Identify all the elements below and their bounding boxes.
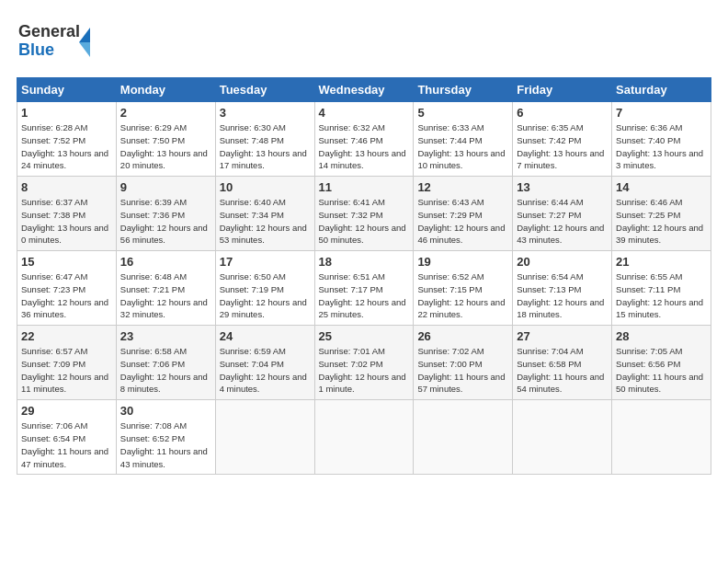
day-info: Sunrise: 6:35 AMSunset: 7:42 PMDaylight:… bbox=[517, 121, 608, 172]
sunset: Sunset: 7:52 PM bbox=[21, 135, 85, 145]
daylight: Daylight: 12 hours and 43 minutes. bbox=[517, 223, 604, 246]
day-info: Sunrise: 6:28 AMSunset: 7:52 PMDaylight:… bbox=[21, 121, 112, 172]
header-tuesday: Tuesday bbox=[215, 78, 314, 102]
sunrise: Sunrise: 6:39 AM bbox=[120, 197, 187, 207]
sunset: Sunset: 7:04 PM bbox=[220, 359, 284, 369]
sunset: Sunset: 7:32 PM bbox=[319, 210, 383, 220]
calendar-cell: 23Sunrise: 6:58 AMSunset: 7:06 PMDayligh… bbox=[116, 326, 215, 400]
sunrise: Sunrise: 7:06 AM bbox=[21, 420, 87, 431]
calendar-page: General Blue Sunday Monday Tuesday Wedne… bbox=[0, 0, 728, 563]
day-info: Sunrise: 6:37 AMSunset: 7:38 PMDaylight:… bbox=[21, 196, 112, 247]
day-number: 6 bbox=[517, 106, 608, 120]
calendar-week-4: 22Sunrise: 6:57 AMSunset: 7:09 PMDayligh… bbox=[17, 326, 711, 400]
sunset: Sunset: 7:44 PM bbox=[417, 135, 482, 145]
day-number: 12 bbox=[417, 180, 508, 194]
sunset: Sunset: 7:46 PM bbox=[319, 135, 383, 145]
calendar-cell bbox=[612, 400, 711, 475]
sunrise: Sunrise: 6:59 AM bbox=[220, 346, 286, 356]
calendar-cell: 17Sunrise: 6:50 AMSunset: 7:19 PMDayligh… bbox=[215, 251, 314, 326]
svg-text:Blue: Blue bbox=[18, 40, 54, 59]
daylight: Daylight: 11 hours and 43 minutes. bbox=[120, 446, 208, 469]
daylight: Daylight: 11 hours and 50 minutes. bbox=[616, 372, 703, 395]
header-friday: Friday bbox=[513, 78, 612, 102]
header-monday: Monday bbox=[116, 78, 215, 102]
sunrise: Sunrise: 6:29 AM bbox=[120, 122, 187, 132]
calendar-cell: 22Sunrise: 6:57 AMSunset: 7:09 PMDayligh… bbox=[17, 326, 117, 400]
logo: General Blue bbox=[17, 17, 104, 68]
calendar-cell: 10Sunrise: 6:40 AMSunset: 7:34 PMDayligh… bbox=[215, 177, 314, 251]
calendar-cell: 16Sunrise: 6:48 AMSunset: 7:21 PMDayligh… bbox=[116, 251, 215, 326]
daylight: Daylight: 12 hours and 32 minutes. bbox=[120, 297, 208, 320]
day-number: 5 bbox=[417, 106, 508, 120]
day-number: 9 bbox=[120, 180, 211, 194]
day-number: 16 bbox=[120, 255, 211, 269]
sunset: Sunset: 7:27 PM bbox=[517, 210, 581, 220]
header-wednesday: Wednesday bbox=[314, 78, 414, 102]
sunrise: Sunrise: 6:40 AM bbox=[220, 197, 286, 207]
day-number: 11 bbox=[319, 180, 410, 194]
daylight: Daylight: 12 hours and 4 minutes. bbox=[220, 372, 307, 395]
sunset: Sunset: 7:29 PM bbox=[417, 210, 482, 220]
daylight: Daylight: 12 hours and 25 minutes. bbox=[319, 297, 406, 320]
calendar-cell: 13Sunrise: 6:44 AMSunset: 7:27 PMDayligh… bbox=[513, 177, 612, 251]
calendar-cell bbox=[215, 400, 314, 475]
day-number: 10 bbox=[220, 180, 311, 194]
sunset: Sunset: 7:38 PM bbox=[21, 210, 85, 220]
calendar-cell: 18Sunrise: 6:51 AMSunset: 7:17 PMDayligh… bbox=[314, 251, 414, 326]
daylight: Daylight: 12 hours and 46 minutes. bbox=[417, 223, 505, 246]
day-info: Sunrise: 6:55 AMSunset: 7:11 PMDaylight:… bbox=[616, 270, 707, 321]
sunset: Sunset: 7:50 PM bbox=[120, 135, 185, 145]
sunset: Sunset: 7:40 PM bbox=[616, 135, 680, 145]
day-info: Sunrise: 6:46 AMSunset: 7:25 PMDaylight:… bbox=[616, 196, 707, 247]
day-number: 8 bbox=[21, 180, 112, 194]
calendar-cell: 29Sunrise: 7:06 AMSunset: 6:54 PMDayligh… bbox=[17, 400, 117, 475]
sunset: Sunset: 7:23 PM bbox=[21, 284, 85, 294]
calendar-cell bbox=[513, 400, 612, 475]
day-number: 28 bbox=[616, 329, 707, 343]
daylight: Daylight: 12 hours and 50 minutes. bbox=[319, 223, 406, 246]
day-info: Sunrise: 6:51 AMSunset: 7:17 PMDaylight:… bbox=[319, 270, 410, 321]
daylight: Daylight: 12 hours and 29 minutes. bbox=[220, 297, 307, 320]
calendar-cell: 25Sunrise: 7:01 AMSunset: 7:02 PMDayligh… bbox=[314, 326, 414, 400]
daylight: Daylight: 13 hours and 0 minutes. bbox=[21, 223, 108, 246]
sunrise: Sunrise: 6:55 AM bbox=[616, 271, 682, 282]
calendar-week-3: 15Sunrise: 6:47 AMSunset: 7:23 PMDayligh… bbox=[17, 251, 711, 326]
daylight: Daylight: 13 hours and 20 minutes. bbox=[120, 148, 208, 171]
sunset: Sunset: 7:25 PM bbox=[616, 210, 680, 220]
day-number: 17 bbox=[220, 255, 311, 269]
day-info: Sunrise: 6:44 AMSunset: 7:27 PMDaylight:… bbox=[517, 196, 608, 247]
day-info: Sunrise: 7:01 AMSunset: 7:02 PMDaylight:… bbox=[319, 345, 410, 396]
sunset: Sunset: 7:06 PM bbox=[120, 359, 185, 369]
header-thursday: Thursday bbox=[414, 78, 513, 102]
day-info: Sunrise: 6:36 AMSunset: 7:40 PMDaylight:… bbox=[616, 121, 707, 172]
day-number: 24 bbox=[220, 329, 311, 343]
calendar-cell: 28Sunrise: 7:05 AMSunset: 6:56 PMDayligh… bbox=[612, 326, 711, 400]
sunset: Sunset: 7:19 PM bbox=[220, 284, 284, 294]
sunset: Sunset: 7:21 PM bbox=[120, 284, 185, 294]
daylight: Daylight: 12 hours and 1 minute. bbox=[319, 372, 406, 395]
calendar-week-2: 8Sunrise: 6:37 AMSunset: 7:38 PMDaylight… bbox=[17, 177, 711, 251]
calendar-cell bbox=[314, 400, 414, 475]
daylight: Daylight: 12 hours and 15 minutes. bbox=[616, 297, 703, 320]
day-number: 27 bbox=[517, 329, 608, 343]
day-number: 23 bbox=[120, 329, 211, 343]
day-number: 21 bbox=[616, 255, 707, 269]
calendar-cell: 8Sunrise: 6:37 AMSunset: 7:38 PMDaylight… bbox=[17, 177, 117, 251]
day-info: Sunrise: 6:39 AMSunset: 7:36 PMDaylight:… bbox=[120, 196, 211, 247]
day-number: 15 bbox=[21, 255, 112, 269]
daylight: Daylight: 13 hours and 24 minutes. bbox=[21, 148, 108, 171]
sunrise: Sunrise: 6:50 AM bbox=[220, 271, 286, 282]
calendar-cell: 3Sunrise: 6:30 AMSunset: 7:48 PMDaylight… bbox=[215, 102, 314, 177]
sunrise: Sunrise: 7:08 AM bbox=[120, 420, 187, 431]
svg-marker-3 bbox=[79, 42, 90, 57]
day-info: Sunrise: 6:30 AMSunset: 7:48 PMDaylight:… bbox=[220, 121, 311, 172]
svg-text:General: General bbox=[18, 22, 80, 40]
sunrise: Sunrise: 7:01 AM bbox=[319, 346, 385, 356]
day-number: 25 bbox=[319, 329, 410, 343]
calendar-week-5: 29Sunrise: 7:06 AMSunset: 6:54 PMDayligh… bbox=[17, 400, 711, 475]
daylight: Daylight: 12 hours and 39 minutes. bbox=[616, 223, 703, 246]
sunrise: Sunrise: 6:36 AM bbox=[616, 122, 682, 132]
day-number: 4 bbox=[319, 106, 410, 120]
day-number: 30 bbox=[120, 404, 211, 418]
daylight: Daylight: 13 hours and 17 minutes. bbox=[220, 148, 307, 171]
